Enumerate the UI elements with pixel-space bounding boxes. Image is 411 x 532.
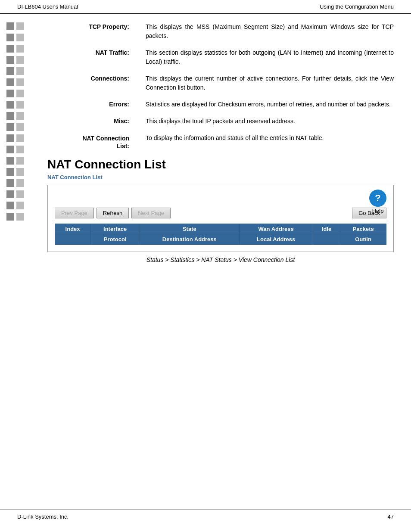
col-empty2 <box>313 234 340 245</box>
nat-table: Index Interface State Wan Address Idle P… <box>55 224 386 245</box>
col-wan-address: Wan Address <box>239 224 313 234</box>
sidebar-square <box>6 67 14 75</box>
sidebar-square <box>16 179 24 187</box>
sidebar-square <box>6 146 14 153</box>
term-def-errors: Statistics are displayed for Checksum er… <box>146 100 394 109</box>
sidebar-square <box>6 34 14 41</box>
page-footer: D-Link Systems, Inc. 47 <box>0 510 411 523</box>
sidebar-row-15 <box>6 179 37 187</box>
sidebar-row-5 <box>6 67 37 75</box>
sidebar-square <box>6 179 14 187</box>
col-empty <box>55 234 90 245</box>
sidebar-square <box>6 45 14 53</box>
sidebar-square <box>6 56 14 64</box>
term-row-connections: Connections: This displays the current n… <box>47 74 394 92</box>
sidebar <box>0 18 43 268</box>
sidebar-square <box>16 123 24 131</box>
sidebar-square <box>16 213 24 221</box>
sidebar-square <box>6 213 14 221</box>
main-content: TCP Property: This displays the MSS (Max… <box>43 18 411 268</box>
footer-right: 47 <box>388 513 394 520</box>
table-header-row-1: Index Interface State Wan Address Idle P… <box>55 224 386 234</box>
sidebar-square <box>6 202 14 209</box>
next-page-button[interactable]: Next Page <box>131 208 171 218</box>
sidebar-row-8 <box>6 101 37 109</box>
sidebar-row-16 <box>6 190 37 198</box>
sidebar-square <box>6 22 14 30</box>
term-def-misc: This displays the total IP packets and r… <box>146 117 394 126</box>
sidebar-square <box>16 101 24 109</box>
term-row-nat-connection: NAT ConnectionList: To display the infor… <box>47 134 394 150</box>
sidebar-square <box>16 45 24 53</box>
term-def-nat-connection: To display the information and status of… <box>146 134 394 143</box>
sidebar-square <box>16 168 24 176</box>
col-packets: Packets <box>340 224 386 234</box>
sidebar-square <box>6 78 14 86</box>
sidebar-row-14 <box>6 168 37 176</box>
term-label-tcp: TCP Property: <box>47 22 138 30</box>
sidebar-square <box>16 112 24 120</box>
term-label-errors: Errors: <box>47 100 138 108</box>
section-subtitle: NAT Connection List <box>47 174 394 180</box>
term-row-misc: Misc: This displays the total IP packets… <box>47 117 394 126</box>
page-header: DI-LB604 User's Manual Using the Configu… <box>0 0 411 14</box>
sidebar-square <box>16 78 24 86</box>
sidebar-square <box>6 168 14 176</box>
col-dest-address: Destination Address <box>140 234 240 245</box>
sidebar-row-3 <box>6 45 37 53</box>
header-right: Using the Configuration Menu <box>320 3 394 10</box>
sidebar-square <box>16 146 24 153</box>
sidebar-square <box>16 90 24 97</box>
prev-page-button[interactable]: Prev Page <box>55 208 94 218</box>
sidebar-row-13 <box>6 157 37 165</box>
sidebar-row-17 <box>6 202 37 209</box>
sidebar-row-11 <box>6 134 37 142</box>
term-row-tcp: TCP Property: This displays the MSS (Max… <box>47 22 394 40</box>
refresh-button[interactable]: Refresh <box>97 208 129 218</box>
col-state: State <box>140 224 240 234</box>
term-label-connections: Connections: <box>47 74 138 82</box>
sidebar-row-2 <box>6 34 37 41</box>
term-label-nat-connection: NAT ConnectionList: <box>47 134 138 150</box>
sidebar-square <box>6 190 14 198</box>
term-row-nat-traffic: NAT Traffic: This section displays stati… <box>47 48 394 66</box>
term-def-tcp: This displays the MSS (Maximum Segment S… <box>146 22 394 40</box>
sidebar-square <box>16 157 24 165</box>
sidebar-square <box>16 34 24 41</box>
col-protocol: Protocol <box>90 234 140 245</box>
sidebar-row-1 <box>6 22 37 30</box>
sidebar-square <box>16 67 24 75</box>
sidebar-square <box>16 56 24 64</box>
sidebar-row-7 <box>6 90 37 97</box>
col-out-in: Out/In <box>340 234 386 245</box>
help-button[interactable]: ? Help <box>369 190 386 214</box>
table-header-row-2: Protocol Destination Address Local Addre… <box>55 234 386 245</box>
sidebar-row-12 <box>6 146 37 153</box>
sidebar-square <box>6 112 14 120</box>
sidebar-square <box>16 202 24 209</box>
sidebar-row-4 <box>6 56 37 64</box>
term-row-errors: Errors: Statistics are displayed for Che… <box>47 100 394 109</box>
sidebar-row-10 <box>6 123 37 131</box>
nat-connection-box: ? Help Prev Page Refresh Next Page Go Ba… <box>47 185 394 252</box>
sidebar-row-6 <box>6 78 37 86</box>
sidebar-row-18 <box>6 213 37 221</box>
section-title: NAT Connection List <box>47 158 394 171</box>
sidebar-square <box>6 123 14 131</box>
footer-left: D-Link Systems, Inc. <box>17 513 68 520</box>
sidebar-square <box>6 90 14 97</box>
col-local-address: Local Address <box>239 234 313 245</box>
col-index: Index <box>55 224 90 234</box>
sidebar-square <box>6 134 14 142</box>
sidebar-square <box>16 134 24 142</box>
term-def-connections: This displays the current number of acti… <box>146 74 394 92</box>
header-left: DI-LB604 User's Manual <box>17 3 78 10</box>
term-list: TCP Property: This displays the MSS (Max… <box>47 22 394 150</box>
term-label-misc: Misc: <box>47 117 138 124</box>
term-def-nat-traffic: This section displays statistics for bot… <box>146 48 394 66</box>
col-idle: Idle <box>313 224 340 234</box>
nav-buttons: Prev Page Refresh Next Page Go Back <box>55 208 386 218</box>
breadcrumb: Status > Statistics > NAT Status > View … <box>47 256 394 263</box>
main-layout: TCP Property: This displays the MSS (Max… <box>0 14 411 272</box>
help-label: Help <box>372 208 384 214</box>
